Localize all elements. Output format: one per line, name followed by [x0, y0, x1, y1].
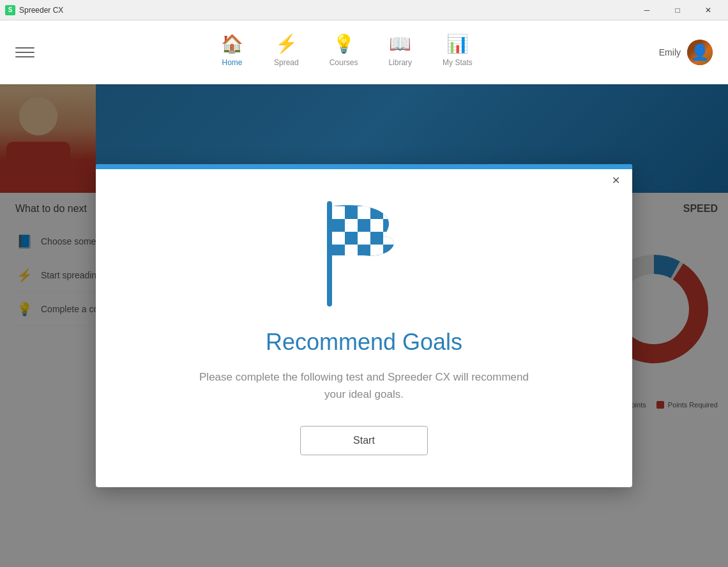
svg-rect-21	[345, 232, 358, 245]
app-icon: S	[5, 5, 15, 15]
nav-item-mystats[interactable]: 📊 My Stats	[443, 33, 473, 72]
nav-label-library: Library	[388, 58, 412, 67]
content-area: What to do next 📘 Choose some content ⚡ …	[0, 84, 728, 567]
svg-rect-20	[332, 232, 345, 245]
svg-rect-10	[332, 206, 345, 219]
svg-rect-18	[370, 219, 383, 232]
nav-label-home: Home	[222, 58, 242, 67]
svg-rect-24	[383, 232, 396, 245]
nav-right: Emily	[659, 40, 713, 65]
svg-rect-15	[332, 219, 345, 232]
svg-rect-16	[345, 219, 358, 232]
library-icon: 📖	[389, 33, 411, 54]
title-bar: S Spreeder CX ─ □ ✕	[0, 0, 728, 20]
svg-rect-26	[345, 245, 358, 257]
modal: ✕	[96, 164, 632, 487]
maximize-button[interactable]: □	[663, 0, 692, 20]
nav-label-spread: Spread	[274, 58, 299, 67]
nav-label-mystats: My Stats	[443, 58, 473, 67]
svg-rect-28	[370, 245, 383, 257]
nav-center: 🏠 Home ⚡ Spread 💡 Courses 📖 Library 📊 My…	[221, 33, 473, 72]
mystats-icon: 📊	[446, 33, 469, 54]
modal-backdrop[interactable]: ✕	[0, 84, 728, 567]
svg-rect-19	[383, 219, 396, 232]
modal-close-button[interactable]: ✕	[607, 172, 625, 190]
avatar-image	[687, 40, 713, 65]
hamburger-menu[interactable]	[15, 47, 34, 57]
svg-rect-27	[358, 245, 370, 257]
courses-icon: 💡	[333, 33, 355, 54]
modal-body: Recommend Goals Please complete the foll…	[96, 169, 632, 487]
svg-rect-22	[358, 232, 370, 245]
nav-item-library[interactable]: 📖 Library	[388, 33, 412, 72]
title-bar-left: S Spreeder CX	[5, 5, 63, 15]
app-container: 🏠 Home ⚡ Spread 💡 Courses 📖 Library 📊 My…	[0, 20, 728, 567]
svg-rect-23	[370, 232, 383, 245]
modal-description: Please complete the following test and S…	[198, 368, 530, 403]
nav-label-courses: Courses	[330, 58, 358, 67]
checkered-flag-icon	[313, 195, 415, 310]
svg-rect-9	[327, 201, 332, 306]
title-bar-controls: ─ □ ✕	[632, 0, 723, 20]
navbar: 🏠 Home ⚡ Spread 💡 Courses 📖 Library 📊 My…	[0, 20, 728, 84]
user-name: Emily	[659, 47, 681, 57]
svg-rect-13	[370, 206, 383, 219]
svg-rect-14	[383, 206, 396, 219]
modal-header-bar	[96, 164, 632, 169]
user-avatar[interactable]	[687, 40, 713, 65]
start-button[interactable]: Start	[300, 426, 428, 455]
window-close-button[interactable]: ✕	[694, 0, 723, 20]
minimize-button[interactable]: ─	[632, 0, 662, 20]
modal-title: Recommend Goals	[266, 329, 462, 356]
svg-rect-11	[345, 206, 358, 219]
app-title: Spreeder CX	[19, 6, 63, 15]
nav-item-home[interactable]: 🏠 Home	[221, 33, 243, 72]
svg-rect-17	[358, 219, 370, 232]
svg-rect-12	[358, 206, 370, 219]
spread-icon: ⚡	[275, 33, 298, 54]
svg-rect-25	[332, 245, 345, 257]
nav-item-courses[interactable]: 💡 Courses	[330, 33, 358, 72]
nav-item-spread[interactable]: ⚡ Spread	[274, 33, 299, 72]
home-icon: 🏠	[221, 33, 243, 54]
